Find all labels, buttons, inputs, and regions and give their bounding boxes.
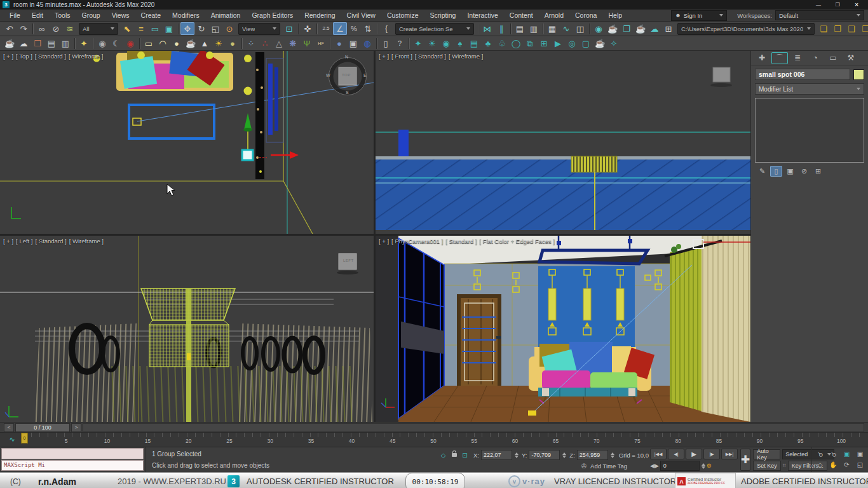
close-button[interactable]: ✕ xyxy=(848,1,865,9)
viewport-menu-plus[interactable]: [ + ] xyxy=(379,53,389,60)
tab-hierarchy[interactable]: ≣ xyxy=(789,52,806,64)
named-selection-sets-dropdown[interactable]: Create Selection Se xyxy=(395,23,474,35)
torus-button[interactable]: ◯ xyxy=(509,37,523,50)
time-slider-prev-button[interactable]: < xyxy=(4,423,14,432)
vray-material-teapot-button[interactable]: ☕ xyxy=(184,37,198,50)
maxscript-mini-listener[interactable]: MAXScript Mi xyxy=(0,447,146,472)
3ds-max-logo[interactable]: 3 xyxy=(227,473,240,488)
teapot-helper-button[interactable]: ☕ xyxy=(593,37,607,50)
render-elements-button[interactable]: ▤ xyxy=(44,37,58,50)
bind-to-space-warp-button[interactable]: ≋ xyxy=(63,22,77,35)
scene-window-top[interactable] xyxy=(266,58,283,142)
viewport-menu-plus[interactable]: [ + ] xyxy=(379,238,389,245)
render-setup-button[interactable]: ☕ xyxy=(606,22,620,35)
go-to-end-button[interactable]: ▶▶| xyxy=(721,449,738,459)
scene-curtain-strip-top[interactable] xyxy=(255,52,264,179)
light-stand-button[interactable]: ✧ xyxy=(607,37,621,50)
night-sky-button[interactable]: ☾ xyxy=(109,37,123,50)
viewport-shading-menu[interactable]: [ Wireframe ] xyxy=(449,53,483,60)
pin-stack-button[interactable]: ✎ xyxy=(756,166,768,177)
configure-modifier-sets-button[interactable]: ⊞ xyxy=(812,166,824,177)
snaps-toggle-button[interactable]: 2.5 xyxy=(319,22,333,35)
forest-button[interactable]: ♠ xyxy=(453,37,467,50)
orbit-button[interactable]: ⟳ xyxy=(841,461,853,470)
help-button[interactable]: ? xyxy=(393,37,407,50)
tree-button[interactable]: ♣ xyxy=(481,37,495,50)
minimize-button[interactable]: — xyxy=(810,1,827,9)
menu-file[interactable]: File xyxy=(4,10,26,21)
menu-animation[interactable]: Animation xyxy=(205,10,247,21)
scene-selected-marker[interactable] xyxy=(528,410,536,416)
use-pivot-point-center-button[interactable]: ⊡ xyxy=(282,22,296,35)
layers-button[interactable]: ⧉ xyxy=(523,37,537,50)
viewport-shading-menu[interactable]: [ Flat Color + Edged Faces ] xyxy=(480,238,555,245)
select-by-name-button[interactable]: ≡ xyxy=(134,22,148,35)
viewport-view-menu[interactable]: [ Front ] xyxy=(391,53,412,60)
mirror-button[interactable]: ⋈ xyxy=(480,22,494,35)
viewport-view-menu[interactable]: [ Left ] xyxy=(16,238,32,245)
make-unique-button[interactable]: ▣ xyxy=(784,166,796,177)
vray-sun-helper-button[interactable]: ☀ xyxy=(425,37,439,50)
viewport-menu-plus[interactable]: [ + ] xyxy=(3,238,13,245)
doc-export-button[interactable]: ▯ xyxy=(379,37,393,50)
select-object-button[interactable]: ⬉ xyxy=(120,22,134,35)
align-button[interactable]: ∥ xyxy=(494,22,508,35)
z-coord-field[interactable]: 254,959 xyxy=(577,450,608,460)
vray-light-dome-button[interactable]: ◠ xyxy=(156,37,170,50)
scene-ceiling-slab-front[interactable] xyxy=(376,156,750,230)
sign-in-button[interactable]: ☻ Sign In xyxy=(671,10,727,21)
selection-filter-dropdown[interactable]: All xyxy=(79,23,118,35)
spinner-snap-toggle-button[interactable]: ⇅ xyxy=(361,22,375,35)
select-and-place-button[interactable]: ⊙ xyxy=(222,22,236,35)
viewport-style-menu[interactable]: [ Standard ] xyxy=(35,53,66,60)
selection-lock-toggle[interactable] xyxy=(449,451,459,460)
z-spinner[interactable] xyxy=(611,452,614,458)
vray-light-plane-button[interactable]: ▭ xyxy=(142,37,156,50)
play-button[interactable]: ▶ xyxy=(686,449,702,459)
metal-sphere-button[interactable]: ● xyxy=(332,37,346,50)
select-and-manipulate-button[interactable]: ✜ xyxy=(301,22,315,35)
zoom-extents-button[interactable]: ▣ xyxy=(841,449,853,459)
current-frame-marker[interactable]: 0 xyxy=(21,433,28,444)
key-mode-toggle-button[interactable]: ◀▶ xyxy=(650,463,659,469)
point-cloud-button[interactable]: ⁘ xyxy=(244,37,258,50)
frame-spinner[interactable] xyxy=(702,463,705,469)
camera-add-button[interactable]: ◎ xyxy=(565,37,579,50)
open-file-button[interactable]: ❐ xyxy=(831,22,844,35)
add-time-tag-button[interactable]: Add Time Tag xyxy=(590,463,627,470)
scene-sofa[interactable] xyxy=(529,342,654,403)
vray-fur-ball-button[interactable]: ❋ xyxy=(286,37,300,50)
viewcube-front[interactable] xyxy=(710,67,732,87)
object-color-swatch[interactable] xyxy=(853,69,864,80)
menu-civil-view[interactable]: Civil View xyxy=(341,10,381,21)
reference-coordinate-system-dropdown[interactable]: View xyxy=(238,23,280,35)
tab-display[interactable]: ▭ xyxy=(825,52,841,64)
menu-scripting[interactable]: Scripting xyxy=(424,10,462,21)
render-in-cloud-button[interactable]: ☁ xyxy=(648,22,661,35)
viewport-view-menu[interactable]: [ PhysCamera001 ] xyxy=(391,238,443,245)
zoom-all-button[interactable]: ⚲ xyxy=(828,449,839,459)
window-crossing-button[interactable]: ▣ xyxy=(162,22,176,35)
pan-view-button[interactable]: ✋ xyxy=(828,461,839,470)
tab-utilities[interactable]: ⚒ xyxy=(843,52,859,64)
modifier-list-dropdown[interactable]: Modifier List xyxy=(755,83,864,95)
tab-motion[interactable]: ◔ xyxy=(807,52,824,64)
set-keys-button[interactable]: ✚ xyxy=(740,449,750,471)
physical-camera-button[interactable]: ◉ xyxy=(95,37,109,50)
select-and-move-button[interactable]: ✥ xyxy=(180,22,194,35)
menu-corona[interactable]: Corona xyxy=(569,10,602,21)
film-camera-button[interactable]: ◉ xyxy=(123,37,137,50)
material-editor-button[interactable]: ◉ xyxy=(592,22,606,35)
render-settings-button[interactable]: ▥ xyxy=(58,37,72,50)
redo-button[interactable]: ↷ xyxy=(17,22,31,35)
vray-ambient-light-button[interactable]: ● xyxy=(226,37,240,50)
menu-create[interactable]: Create xyxy=(135,10,167,21)
toggle-scene-explorer-button[interactable]: ▤ xyxy=(513,22,527,35)
menu-customize[interactable]: Customize xyxy=(381,10,424,21)
menu-help[interactable]: Help xyxy=(602,10,628,21)
viewport-shading-menu[interactable]: [ Wireframe ] xyxy=(69,238,104,245)
schematic-view-button[interactable]: ◫ xyxy=(573,22,587,35)
vray-sun-button[interactable]: ☀ xyxy=(212,37,226,50)
y-spinner[interactable] xyxy=(562,452,566,458)
corona-cloud-button[interactable]: ☁ xyxy=(17,37,31,50)
